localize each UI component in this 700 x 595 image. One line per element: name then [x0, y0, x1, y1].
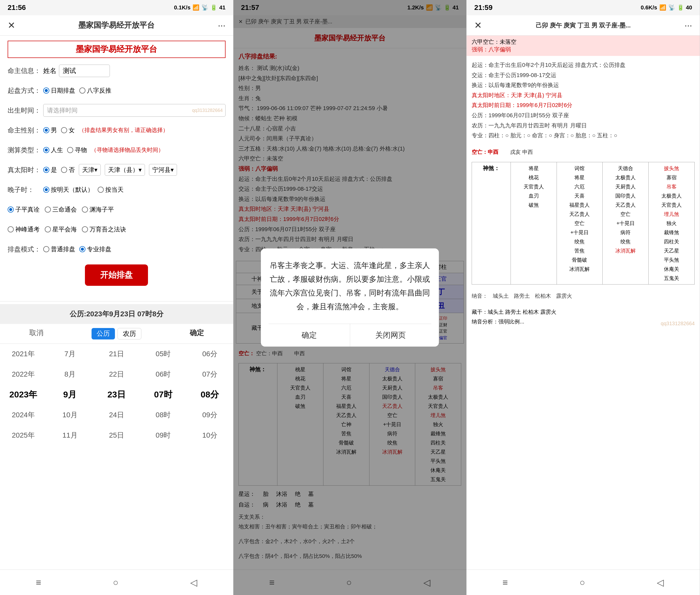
- more-button-phone1[interactable]: ···: [218, 20, 226, 31]
- close-button-phone3[interactable]: ✕: [474, 20, 482, 31]
- night-default-item[interactable]: 按明天（默认）: [43, 186, 93, 194]
- radio-date-item[interactable]: 日期排盘: [43, 86, 75, 94]
- type-lost-label: 寻物: [75, 146, 87, 154]
- wanyu-item[interactable]: 万育吾之法诀: [82, 225, 126, 233]
- day-item-3[interactable]: 24日: [93, 405, 140, 425]
- radio-reverse-circle[interactable]: [79, 87, 85, 93]
- haizi-item[interactable]: 渊海子平: [82, 205, 114, 214]
- county-select[interactable]: 天津（县）▾: [105, 164, 145, 176]
- hour-item-3[interactable]: 08时: [140, 405, 186, 425]
- sun-no-circle[interactable]: [61, 167, 67, 173]
- lunar-btn[interactable]: 公历: [91, 328, 115, 339]
- nav-menu-phone1[interactable]: ≡: [36, 577, 41, 588]
- gender-female-item[interactable]: 女: [61, 126, 75, 134]
- year-column[interactable]: 2021年 2022年 2023年 2024年 2025年: [0, 344, 47, 446]
- radio-reverse-item[interactable]: 八字反推: [79, 86, 111, 94]
- name-input[interactable]: [59, 64, 110, 77]
- month-column[interactable]: 7月 8月 9月 10月 11月: [47, 344, 93, 446]
- confirm-btn[interactable]: 确定: [190, 328, 204, 339]
- minute-column[interactable]: 06分 07分 08分 09分 10分: [186, 344, 233, 446]
- month-item-4[interactable]: 11月: [47, 425, 93, 446]
- nav-back-phone1[interactable]: ◁: [190, 577, 197, 588]
- mode-control: 普通排盘 专业排盘: [43, 245, 226, 253]
- hour-column[interactable]: 05时 06时 07时 08时 09时: [140, 344, 186, 446]
- more-button-phone3[interactable]: ···: [684, 20, 692, 31]
- nav-home-phone3[interactable]: ○: [580, 577, 585, 588]
- minute-item-1[interactable]: 07分: [186, 364, 233, 385]
- mode-pro-item[interactable]: 专业排盘: [79, 245, 111, 253]
- night-default-circle[interactable]: [43, 187, 49, 193]
- sun-yes-circle[interactable]: [43, 167, 49, 173]
- shen-sha-table-p3: 神煞： 将星桃花天官贵人血刃破煞 词馆将星六厄天喜福星贵人天乙贵人空亡+十晃日绞…: [472, 162, 695, 285]
- gender-male-circle[interactable]: [43, 127, 49, 133]
- shen-sha-shi-p3: 披头煞 寡宿 吊客 太极贵人天官贵人 埋儿煞 独火裁锋煞四柱关天乙星平头煞休庵关…: [649, 162, 695, 284]
- day-item-0[interactable]: 21日: [93, 344, 140, 364]
- year-item-0[interactable]: 2021年: [0, 344, 47, 364]
- type-life-circle[interactable]: [43, 147, 49, 153]
- birth-time-input[interactable]: 请选择时间 qq3131282664: [43, 104, 226, 117]
- day-item-1[interactable]: 22日: [93, 364, 140, 385]
- true-zi-item[interactable]: 子平真诠: [8, 205, 40, 214]
- sun-no-item[interactable]: 否: [61, 166, 75, 174]
- day-item-4[interactable]: 25日: [93, 425, 140, 446]
- type-lost-item[interactable]: 寻物: [67, 146, 87, 154]
- minute-item-4[interactable]: 10分: [186, 425, 233, 446]
- app-header-phone1: ✕ 墨家国学易经开放平台 ···: [0, 15, 233, 36]
- shenfeng-circle[interactable]: [8, 226, 14, 232]
- day-column[interactable]: 21日 22日 23日 24日 25日: [93, 344, 140, 446]
- nav-home-phone1[interactable]: ○: [113, 577, 118, 588]
- type-lost-circle[interactable]: [67, 147, 73, 153]
- month-item-2[interactable]: 9月: [47, 385, 93, 405]
- battery-icon: 🔋: [210, 4, 217, 11]
- year-item-4[interactable]: 2025年: [0, 425, 47, 446]
- mode-normal-label: 普通排盘: [51, 245, 75, 253]
- night-today-item[interactable]: 按当天: [97, 186, 123, 194]
- month-item-3[interactable]: 10月: [47, 405, 93, 425]
- date-picker-controls: 取消 公历 农历 确定: [0, 324, 233, 344]
- month-item-0[interactable]: 7月: [47, 344, 93, 364]
- wanyu-circle[interactable]: [82, 226, 88, 232]
- xingping-circle[interactable]: [45, 226, 51, 232]
- month-item-1[interactable]: 8月: [47, 364, 93, 385]
- nav-back-phone3[interactable]: ◁: [657, 577, 664, 588]
- shenfeng-item[interactable]: 神峰通考: [8, 225, 40, 233]
- mode-normal-item[interactable]: 普通排盘: [43, 245, 75, 253]
- gender-male-item[interactable]: 男: [43, 126, 57, 134]
- gender-row: 命主性别： 男 女 （排盘结果男女有别，请正确选择）: [8, 122, 226, 138]
- mode-pro-circle[interactable]: [79, 246, 85, 252]
- hour-item-0[interactable]: 05时: [140, 344, 186, 364]
- close-button-phone1[interactable]: ✕: [8, 20, 15, 31]
- minute-item-3[interactable]: 09分: [186, 405, 233, 425]
- city-select[interactable]: 天津▾: [79, 164, 101, 176]
- xingping-item[interactable]: 星平会海: [45, 225, 77, 233]
- san-ming-item[interactable]: 三命通会: [45, 205, 77, 214]
- hour-item-1[interactable]: 06时: [140, 364, 186, 385]
- san-ming-circle[interactable]: [45, 206, 51, 213]
- nav-menu-phone3[interactable]: ≡: [502, 577, 508, 588]
- mode-normal-circle[interactable]: [43, 246, 49, 252]
- year-item-3[interactable]: 2024年: [0, 405, 47, 425]
- start-button[interactable]: 开始排盘: [85, 264, 148, 286]
- district-select[interactable]: 宁河县▾: [149, 164, 177, 176]
- year-item-1[interactable]: 2022年: [0, 364, 47, 385]
- minute-item-2[interactable]: 08分: [186, 385, 233, 405]
- hour-item-2[interactable]: 07时: [140, 385, 186, 405]
- minute-item-0[interactable]: 06分: [186, 344, 233, 364]
- night-today-circle[interactable]: [97, 187, 104, 193]
- hour-item-4[interactable]: 09时: [140, 425, 186, 446]
- gender-female-circle[interactable]: [61, 127, 67, 133]
- sun-yes-item[interactable]: 是: [43, 166, 57, 174]
- battery-icon-3: 🔋: [677, 4, 684, 11]
- cancel-btn[interactable]: 取消: [29, 328, 44, 339]
- status-bar-phone1: 21:56 0.1K/s 📶 📡 🔋 41: [0, 0, 233, 15]
- lunar-btn2[interactable]: 农历: [117, 328, 141, 339]
- true-zi-circle[interactable]: [8, 206, 14, 213]
- day-item-2[interactable]: 23日: [93, 385, 140, 405]
- year-item-2[interactable]: 2023年: [0, 385, 47, 405]
- radio-date-circle[interactable]: [43, 87, 49, 93]
- dialog-close-btn[interactable]: 关闭网页: [350, 324, 431, 346]
- haizi-circle[interactable]: [82, 206, 88, 213]
- type-life-item[interactable]: 人生: [43, 146, 63, 154]
- dialog-confirm-btn[interactable]: 确定: [269, 324, 350, 346]
- method-control2: 神峰通考 星平会海 万育吾之法诀: [8, 225, 226, 233]
